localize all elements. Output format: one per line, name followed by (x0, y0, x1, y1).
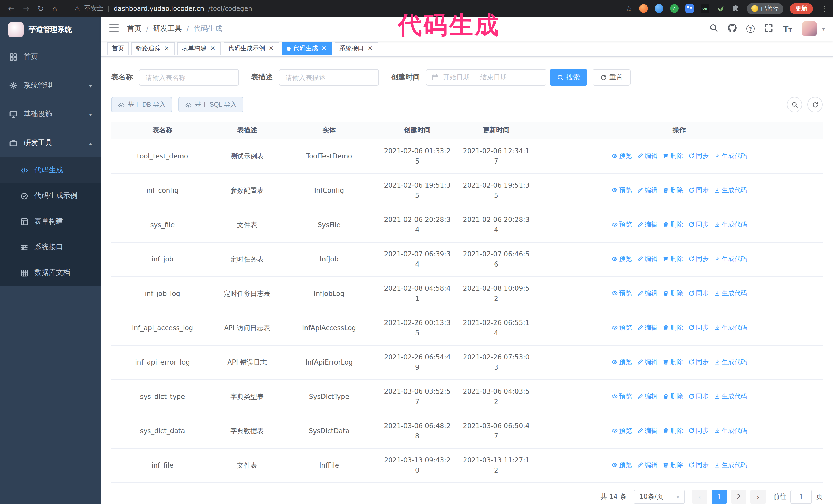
action-edit-link[interactable]: 编辑 (637, 426, 658, 436)
close-icon[interactable]: × (163, 45, 170, 52)
extension-fox-icon[interactable] (639, 4, 648, 13)
action-sync-link[interactable]: 同步 (688, 460, 709, 470)
next-page-button[interactable]: › (751, 490, 766, 504)
reset-button[interactable]: 重置 (593, 69, 630, 86)
browser-forward-icon[interactable]: → (23, 4, 29, 13)
text-size-icon[interactable]: TT (783, 24, 792, 34)
extension-on-badge-icon[interactable]: on (700, 4, 709, 13)
browser-update-button[interactable]: 更新 (790, 3, 813, 14)
action-generate-link[interactable]: 生成代码 (714, 322, 747, 333)
goto-page-input[interactable] (790, 490, 812, 504)
action-edit-link[interactable]: 编辑 (637, 254, 658, 264)
extensions-puzzle-icon[interactable] (731, 4, 740, 13)
page-button-2[interactable]: 2 (731, 490, 746, 504)
action-generate-link[interactable]: 生成代码 (714, 357, 747, 367)
breadcrumb-home[interactable]: 首页 (127, 24, 142, 33)
action-edit-link[interactable]: 编辑 (637, 357, 658, 367)
action-delete-link[interactable]: 删除 (663, 357, 683, 367)
action-preview-link[interactable]: 预览 (611, 151, 632, 161)
action-preview-link[interactable]: 预览 (611, 288, 632, 298)
tab-codegen-example[interactable]: 代码生成示例× (223, 42, 279, 55)
action-edit-link[interactable]: 编辑 (637, 185, 658, 195)
header-search-icon[interactable] (710, 24, 718, 34)
refresh-table-button[interactable] (807, 97, 823, 112)
import-db-button[interactable]: 基于 DB 导入 (111, 97, 172, 112)
sidebar-item-form-builder[interactable]: 表单构建 (0, 209, 101, 234)
avatar-caret-icon[interactable]: ▾ (822, 26, 825, 32)
action-sync-link[interactable]: 同步 (688, 288, 709, 298)
action-preview-link[interactable]: 预览 (611, 185, 632, 195)
close-icon[interactable]: × (366, 45, 374, 52)
sidebar-item-db-doc[interactable]: 数据库文档 (0, 260, 101, 286)
action-preview-link[interactable]: 预览 (611, 322, 632, 333)
action-edit-link[interactable]: 编辑 (637, 288, 658, 298)
action-delete-link[interactable]: 删除 (663, 288, 683, 298)
action-preview-link[interactable]: 预览 (611, 426, 632, 436)
sidebar-item-codegen[interactable]: 代码生成 (0, 158, 101, 183)
table-name-input[interactable] (139, 69, 239, 86)
address-bar[interactable]: ⚠ 不安全 | dashboard.yudao.iocoder.cn/tool/… (75, 4, 252, 13)
close-icon[interactable]: × (320, 45, 328, 52)
date-range-picker[interactable]: 开始日期 - 结束日期 (426, 69, 546, 86)
sidebar-item-system-api[interactable]: 系统接口 (0, 234, 101, 260)
action-edit-link[interactable]: 编辑 (637, 391, 658, 402)
tab-tracing[interactable]: 链路追踪× (131, 42, 175, 55)
action-sync-link[interactable]: 同步 (688, 151, 709, 161)
action-sync-link[interactable]: 同步 (688, 185, 709, 195)
action-sync-link[interactable]: 同步 (688, 357, 709, 367)
search-button[interactable]: 搜索 (549, 69, 588, 86)
action-sync-link[interactable]: 同步 (688, 426, 709, 436)
action-preview-link[interactable]: 预览 (611, 460, 632, 470)
prev-page-button[interactable]: ‹ (692, 490, 708, 504)
action-generate-link[interactable]: 生成代码 (714, 288, 747, 298)
action-delete-link[interactable]: 删除 (663, 254, 683, 264)
action-edit-link[interactable]: 编辑 (637, 460, 658, 470)
tab-home[interactable]: 首页 (107, 42, 129, 55)
tab-form-builder[interactable]: 表单构建× (177, 42, 221, 55)
action-delete-link[interactable]: 删除 (663, 151, 683, 161)
action-delete-link[interactable]: 删除 (663, 322, 683, 333)
browser-menu-icon[interactable]: ⋮ (821, 4, 828, 13)
table-desc-input[interactable] (279, 69, 379, 86)
extension-drop-icon[interactable] (654, 4, 663, 13)
bookmark-star-icon[interactable]: ☆ (625, 4, 632, 13)
toggle-search-button[interactable] (787, 97, 802, 112)
hamburger-icon[interactable] (109, 24, 119, 34)
action-sync-link[interactable]: 同步 (688, 391, 709, 402)
action-edit-link[interactable]: 编辑 (637, 322, 658, 333)
breadcrumb-devtools[interactable]: 研发工具 (153, 24, 182, 33)
tab-codegen[interactable]: 代码生成× (282, 42, 332, 55)
extension-check-icon[interactable]: ✓ (670, 4, 679, 13)
paused-badge[interactable]: 已暂停 (747, 3, 783, 14)
fullscreen-icon[interactable] (764, 24, 773, 34)
action-sync-link[interactable]: 同步 (688, 322, 709, 333)
sidebar-item-infra[interactable]: 基础设施 ▾ (0, 100, 101, 129)
page-button-1[interactable]: 1 (712, 490, 727, 504)
page-size-select[interactable]: 10条/页 ▾ (634, 490, 685, 504)
action-delete-link[interactable]: 删除 (663, 460, 683, 470)
action-edit-link[interactable]: 编辑 (637, 151, 658, 161)
action-generate-link[interactable]: 生成代码 (714, 426, 747, 436)
user-avatar[interactable] (802, 21, 817, 37)
help-icon[interactable]: ? (746, 25, 755, 33)
action-preview-link[interactable]: 预览 (611, 391, 632, 402)
browser-reload-icon[interactable]: ↻ (38, 4, 44, 13)
action-delete-link[interactable]: 删除 (663, 219, 683, 230)
action-generate-link[interactable]: 生成代码 (714, 391, 747, 402)
import-sql-button[interactable]: 基于 SQL 导入 (178, 97, 243, 112)
sidebar-item-devtools[interactable]: 研发工具 ▴ (0, 129, 101, 158)
sidebar-item-codegen-example[interactable]: 代码生成示例 (0, 183, 101, 209)
action-edit-link[interactable]: 编辑 (637, 219, 658, 230)
action-generate-link[interactable]: 生成代码 (714, 460, 747, 470)
action-generate-link[interactable]: 生成代码 (714, 151, 747, 161)
action-sync-link[interactable]: 同步 (688, 254, 709, 264)
sidebar-item-home[interactable]: 首页 (0, 43, 101, 71)
action-delete-link[interactable]: 删除 (663, 391, 683, 402)
app-logo[interactable]: 芋道管理系统 (0, 17, 101, 43)
github-icon[interactable] (728, 24, 737, 34)
action-delete-link[interactable]: 删除 (663, 426, 683, 436)
extension-leaf-icon[interactable] (716, 4, 724, 13)
action-generate-link[interactable]: 生成代码 (714, 185, 747, 195)
action-delete-link[interactable]: 删除 (663, 185, 683, 195)
tab-system-api[interactable]: 系统接口× (335, 42, 378, 55)
